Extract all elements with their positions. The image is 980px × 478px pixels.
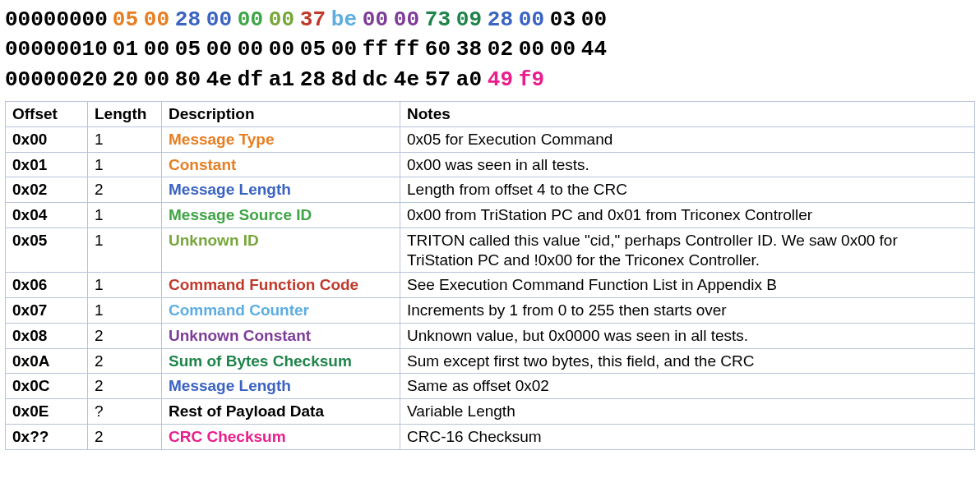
cell-notes: TRITON called this value "cid," perhaps … xyxy=(400,228,975,273)
hex-byte: 00 xyxy=(144,5,175,34)
th-offset: Offset xyxy=(6,102,88,127)
hex-byte: ff xyxy=(363,34,394,64)
cell-offset: 0x0A xyxy=(6,348,88,374)
hex-byte: 00 xyxy=(269,5,300,34)
hex-byte: 4e xyxy=(206,65,238,94)
cell-offset: 0x02 xyxy=(6,177,88,203)
cell-description: Message Type xyxy=(162,126,400,152)
cell-length: 1 xyxy=(88,126,162,152)
hex-byte: 44 xyxy=(581,34,612,64)
hex-address: 00000020 xyxy=(5,67,108,92)
hex-byte: 38 xyxy=(456,34,488,64)
cell-description: Rest of Payload Data xyxy=(162,399,400,425)
hex-row: 000000202000804edfa1288ddc4e57a049f9 xyxy=(5,65,975,94)
cell-length: 1 xyxy=(88,298,162,324)
cell-notes: Unknown value, but 0x0000 was seen in al… xyxy=(400,323,975,348)
cell-length: 2 xyxy=(88,323,162,348)
hex-byte: 28 xyxy=(300,65,331,94)
hex-byte: 09 xyxy=(456,5,488,34)
cell-length: 2 xyxy=(88,424,162,449)
table-row: 0x051Unknown IDTRITON called this value … xyxy=(6,228,975,273)
cell-notes: CRC-16 Checksum xyxy=(400,424,975,449)
hex-byte: 00 xyxy=(238,34,269,64)
hex-byte: 00 xyxy=(269,34,300,64)
table-row: 0x0E?Rest of Payload DataVariable Length xyxy=(6,399,975,425)
th-length: Length xyxy=(88,102,162,127)
hex-byte: 05 xyxy=(300,34,331,64)
hex-byte: 01 xyxy=(113,34,144,64)
cell-length: 1 xyxy=(88,228,162,273)
cell-description: Unknown ID xyxy=(162,228,400,273)
cell-offset: 0x07 xyxy=(6,298,88,324)
th-notes: Notes xyxy=(400,102,975,127)
cell-length: 2 xyxy=(88,177,162,203)
hex-byte: 28 xyxy=(488,5,519,34)
cell-description: Message Length xyxy=(162,374,400,399)
cell-notes: Variable Length xyxy=(400,399,975,425)
cell-notes: Length from offset 4 to the CRC xyxy=(400,177,975,203)
cell-description: Command Counter xyxy=(162,298,400,324)
table-row: 0x0C2Message LengthSame as offset 0x02 xyxy=(6,374,975,399)
hex-byte: a1 xyxy=(269,65,300,94)
hex-byte: f9 xyxy=(519,65,550,94)
hex-byte: 49 xyxy=(488,65,519,94)
cell-offset: 0x04 xyxy=(6,203,88,228)
cell-description: CRC Checksum xyxy=(162,424,400,449)
hex-byte: 00 xyxy=(206,34,238,64)
hex-byte: df xyxy=(238,65,269,94)
cell-offset: 0x00 xyxy=(6,126,88,152)
cell-offset: 0x0C xyxy=(6,374,88,399)
cell-offset: 0x08 xyxy=(6,323,88,348)
cell-description: Message Source ID xyxy=(162,203,400,228)
hex-byte: 28 xyxy=(175,5,206,34)
table-row: 0x071Command CounterIncrements by 1 from… xyxy=(6,298,975,324)
hex-byte: a0 xyxy=(456,65,488,94)
hex-byte: 05 xyxy=(113,5,144,34)
hex-byte: 00 xyxy=(519,5,550,34)
cell-length: 1 xyxy=(88,203,162,228)
table-row: 0x??2CRC ChecksumCRC-16 Checksum xyxy=(6,424,975,449)
cell-description: Command Function Code xyxy=(162,273,400,298)
field-table: Offset Length Description Notes 0x001Mes… xyxy=(5,101,975,450)
hex-byte: ff xyxy=(394,34,425,64)
hex-byte: be xyxy=(331,5,363,34)
table-row: 0x022Message LengthLength from offset 4 … xyxy=(6,177,975,203)
cell-length: 2 xyxy=(88,374,162,399)
cell-notes: Increments by 1 from 0 to 255 then start… xyxy=(400,298,975,324)
hex-address: 00000010 xyxy=(5,37,108,62)
hex-byte: 57 xyxy=(425,65,456,94)
cell-notes: 0x05 for Execution Command xyxy=(400,126,975,152)
cell-offset: 0x06 xyxy=(6,273,88,298)
hex-byte: dc xyxy=(363,65,394,94)
cell-notes: See Execution Command Function List in A… xyxy=(400,273,975,298)
hex-byte: 73 xyxy=(425,5,456,34)
hex-byte: 37 xyxy=(300,5,331,34)
table-header-row: Offset Length Description Notes xyxy=(6,102,975,127)
hex-byte: 02 xyxy=(488,34,519,64)
table-row: 0x041Message Source ID0x00 from TriStati… xyxy=(6,203,975,228)
cell-notes: Sum except first two bytes, this field, … xyxy=(400,348,975,374)
table-row: 0x061Command Function CodeSee Execution … xyxy=(6,273,975,298)
hex-byte: 00 xyxy=(519,34,550,64)
hex-byte: 00 xyxy=(581,5,612,34)
hex-byte: 00 xyxy=(363,5,394,34)
cell-length: 2 xyxy=(88,348,162,374)
hex-address: 00000000 xyxy=(5,7,108,32)
cell-offset: 0x?? xyxy=(6,424,88,449)
hex-byte: 00 xyxy=(550,34,581,64)
table-row: 0x0A2Sum of Bytes ChecksumSum except fir… xyxy=(6,348,975,374)
hex-byte: 05 xyxy=(175,34,206,64)
hex-byte: 00 xyxy=(238,5,269,34)
cell-notes: Same as offset 0x02 xyxy=(400,374,975,399)
th-description: Description xyxy=(162,102,400,127)
hex-byte: 03 xyxy=(550,5,581,34)
cell-length: 1 xyxy=(88,152,162,177)
cell-notes: 0x00 was seen in all tests. xyxy=(400,152,975,177)
cell-notes: 0x00 from TriStation PC and 0x01 from Tr… xyxy=(400,203,975,228)
cell-length: ? xyxy=(88,399,162,425)
hex-byte: 00 xyxy=(144,65,175,94)
cell-description: Sum of Bytes Checksum xyxy=(162,348,400,374)
cell-offset: 0x0E xyxy=(6,399,88,425)
hex-byte: 60 xyxy=(425,34,456,64)
cell-description: Unknown Constant xyxy=(162,323,400,348)
